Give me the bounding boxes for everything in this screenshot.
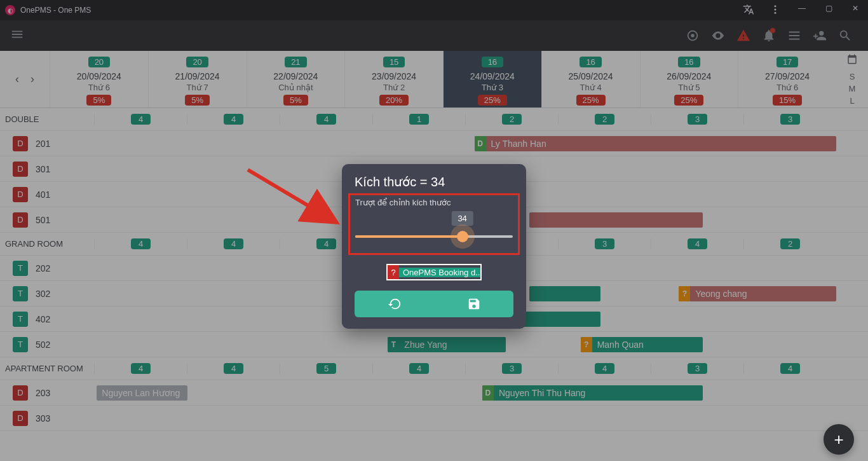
dialog-subtitle: Trượt để chỉnh kích thước (355, 198, 513, 207)
slider-tooltip: 34 (451, 211, 473, 226)
preview-tag: ? (388, 265, 399, 279)
save-button[interactable] (434, 291, 513, 317)
size-dialog: Kích thước = 34 Trượt để chỉnh kích thướ… (342, 164, 526, 329)
size-slider[interactable]: 34 (355, 214, 513, 244)
slider-fill (355, 235, 463, 238)
reset-button[interactable] (355, 291, 434, 317)
booking-preview: ? OnePMS Booking d... (386, 264, 482, 280)
dialog-title: Kích thước = 34 (355, 174, 513, 189)
slider-thumb[interactable] (457, 231, 468, 242)
dialog-highlight-box: Trượt để chỉnh kích thước 34 (348, 193, 520, 255)
slider-track[interactable] (355, 235, 513, 238)
dialog-actions (355, 291, 513, 317)
preview-text: OnePMS Booking d... (399, 268, 480, 277)
fab-add-button[interactable]: + (824, 424, 854, 455)
